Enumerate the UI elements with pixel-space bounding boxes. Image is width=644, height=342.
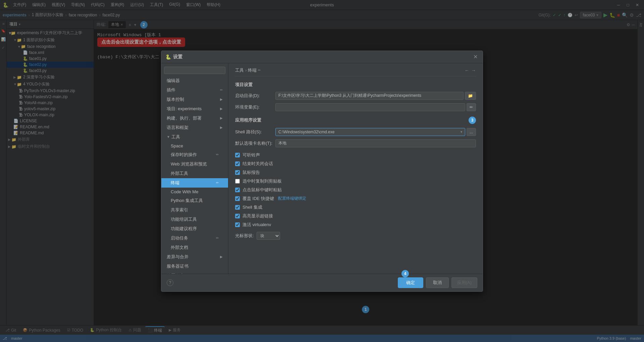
dialog-cancel-button[interactable]: 取消	[426, 277, 449, 288]
dialog-left-panel: 编辑器 插件 ✏ 版本控制 ▶ 项目: experiments ▶ 构建、执行、…	[161, 63, 228, 274]
shell-path-combo[interactable]: C:\Windows\system32\cmd.exe ▾	[275, 128, 465, 136]
project-settings-title: 项目设置	[235, 82, 476, 88]
cb-override-ide-label: 覆盖 IDE 快捷键	[243, 196, 274, 202]
dialog-nav-editor[interactable]: 编辑器	[161, 76, 228, 85]
dialog-apply-button[interactable]: 应用(A)	[451, 277, 477, 288]
checkbox-paste-middle: 点击鼠标中键时粘贴	[235, 187, 476, 193]
env-var-row: 环境变量(E): ✏	[235, 103, 476, 111]
dialog-nav-feature-suggest[interactable]: 功能建议程序	[161, 224, 228, 233]
cb-paste-middle-label: 点击鼠标中键时粘贴	[243, 187, 282, 193]
dialog-nav-external-docs[interactable]: 外部文档	[161, 243, 228, 252]
cursor-shape-row: 光标形状: 块 下划线 竖线	[235, 232, 476, 240]
cb-highlight-links[interactable]	[235, 214, 240, 218]
dialog-nav-code-with-me[interactable]: Code With Me	[161, 188, 228, 196]
cb-override-ide[interactable]	[235, 196, 240, 201]
dialog-close-button[interactable]: ✕	[472, 54, 479, 60]
dialog-nav-vcs[interactable]: 版本控制 ▶	[161, 95, 228, 104]
dialog-ok-button[interactable]: 确定	[398, 277, 423, 288]
breadcrumb-fwd-btn[interactable]: →	[471, 68, 476, 73]
cb-activate-venv-label: 激活 virtualenv	[243, 222, 271, 228]
settings-dialog: 🐍 设置 ✕ 编辑器 插件 ✏ 版本控制 ▶	[161, 51, 483, 292]
cb-shell-integration-label: Shell 集成	[243, 204, 262, 210]
expand-vcs-icon: ▶	[220, 97, 223, 101]
dialog-nav-certs[interactable]: 服务器证书	[161, 262, 228, 271]
dialog-breadcrumb-nav: 工具 › 终端 ✏ ← →	[235, 67, 476, 76]
app-settings-title: 应用程序设置	[235, 117, 261, 123]
dialog-nav-build[interactable]: 构建、执行、部署 ▶	[161, 114, 228, 123]
dialog-nav-python-tools[interactable]: Python 集成工具	[161, 196, 228, 205]
shell-path-value: C:\Windows\system32\cmd.exe	[278, 130, 334, 134]
pencil-save: ✏	[216, 153, 219, 156]
dialog-nav-diff[interactable]: 差异与合并 ▶	[161, 252, 228, 262]
cb-close-session-label: 结束时关闭会话	[243, 161, 273, 167]
expand-diff-icon: ▶	[220, 255, 223, 259]
dialog-title-icon: 🐍	[165, 54, 171, 60]
dialog-nav-web-browser[interactable]: Web 浏览器和预览	[161, 159, 228, 169]
dialog-nav-startup[interactable]: 启动任务 ✏	[161, 233, 228, 243]
env-var-label: 环境变量(E):	[235, 104, 275, 110]
dialog-nav-external-tools[interactable]: 外部工具	[161, 169, 228, 178]
expand-lang-icon: ▶	[220, 126, 223, 129]
expand-project-icon: ▶	[220, 107, 223, 111]
dialog-nav-terminal[interactable]: 终端 ✏	[161, 178, 228, 188]
cb-paste-middle[interactable]	[235, 188, 240, 192]
dialog-nav-tools[interactable]: ▼ 工具	[161, 132, 228, 142]
shell-path-row: Shell 路径(S): C:\Windows\system32\cmd.exe…	[235, 128, 476, 136]
cursor-shape-label: 光标形状:	[235, 233, 254, 239]
tab-name-input[interactable]	[275, 139, 476, 147]
dialog-nav-project[interactable]: 项目: experiments ▶	[161, 104, 228, 114]
startup-dir-row: 启动目录(D): 📁	[235, 92, 476, 100]
annotation-badge-4: 4	[401, 270, 409, 277]
checkbox-close-session: 结束时关闭会话	[235, 161, 476, 167]
breadcrumb-terminal: 终端	[248, 67, 257, 73]
tab-name-row: 默认选项卡名称(T):	[235, 139, 476, 147]
dialog-nav-shared-index[interactable]: 共享索引	[161, 205, 228, 215]
dialog-nav-lang[interactable]: 语言和框架 ▶	[161, 123, 228, 132]
breadcrumb-back-btn[interactable]: ←	[465, 68, 469, 73]
dialog-nav-save[interactable]: 保存时的操作 ✏	[161, 150, 228, 159]
checkbox-highlight-links: 高亮显示超链接	[235, 213, 476, 219]
dialog-nav-space[interactable]: Space	[161, 142, 228, 150]
dialog-search-box	[161, 65, 228, 76]
env-var-edit-btn[interactable]: ✏	[467, 103, 476, 111]
startup-dir-label: 启动目录(D):	[235, 93, 275, 99]
shell-browse-btn[interactable]: ...	[467, 128, 476, 136]
dialog-search-input[interactable]	[164, 67, 225, 74]
dialog-help-btn[interactable]: ?	[167, 279, 173, 286]
project-settings-section: 项目设置 启动目录(D): 📁 环境变量(E): ✏	[235, 82, 476, 111]
startup-dir-input[interactable]	[275, 92, 464, 100]
annotation-badge-3: 3	[469, 117, 476, 124]
checkbox-copy-sel: 选中时复制到剪贴板	[235, 178, 476, 184]
dialog-right-panel: 工具 › 终端 ✏ ← → 项目设置 启动目录(D):	[228, 63, 483, 274]
expand-build-icon: ▶	[220, 116, 223, 120]
pencil-startup: ✏	[216, 236, 219, 240]
checkbox-override-ide: 覆盖 IDE 快捷键 配置终端键绑定	[235, 196, 476, 202]
cb-close-session[interactable]	[235, 161, 240, 166]
pencil-icon-plugins: ✏	[220, 88, 223, 92]
dialog-nav-plugins[interactable]: 插件 ✏	[161, 85, 228, 95]
env-var-input[interactable]	[275, 103, 465, 111]
breadcrumb-tools: 工具	[235, 67, 244, 73]
checkbox-activate-venv: 激活 virtualenv	[235, 222, 476, 228]
breadcrumb-edit-icon: ✏	[258, 68, 261, 72]
cb-activate-venv[interactable]	[235, 222, 240, 227]
shell-path-label: Shell 路径(S):	[235, 129, 275, 135]
cb-audible-bell-label: 可听铃声	[243, 152, 260, 158]
cb-copy-sel[interactable]	[235, 179, 240, 184]
dialog-title: 设置	[173, 54, 472, 60]
cb-mouse-report[interactable]	[235, 170, 240, 175]
shell-combo-arrow: ▾	[461, 130, 462, 134]
app-settings-section: 应用程序设置 3 Shell 路径(S): C:\Windows\system3…	[235, 117, 476, 240]
dialog-title-bar: 🐍 设置 ✕	[161, 51, 483, 63]
cursor-shape-select[interactable]: 块 下划线 竖线	[257, 232, 280, 240]
cb-audible-bell[interactable]	[235, 153, 240, 157]
cb-shell-integration[interactable]	[235, 205, 240, 210]
dialog-nav-repo[interactable]: 设置仓库	[161, 271, 228, 274]
startup-dir-browse-btn[interactable]: 📁	[465, 92, 476, 100]
keybinding-config-link[interactable]: 配置终端键绑定	[278, 196, 306, 201]
dialog-nav-feature-training[interactable]: 功能培训工具	[161, 215, 228, 224]
dialog-footer: ? 4 确定 取消 应用(A)	[161, 274, 483, 291]
checkbox-audible-bell: 可听铃声	[235, 152, 476, 158]
breadcrumb-arrow: ›	[245, 68, 247, 73]
dialog-overlay: 🐍 设置 ✕ 编辑器 插件 ✏ 版本控制 ▶	[0, 0, 644, 342]
